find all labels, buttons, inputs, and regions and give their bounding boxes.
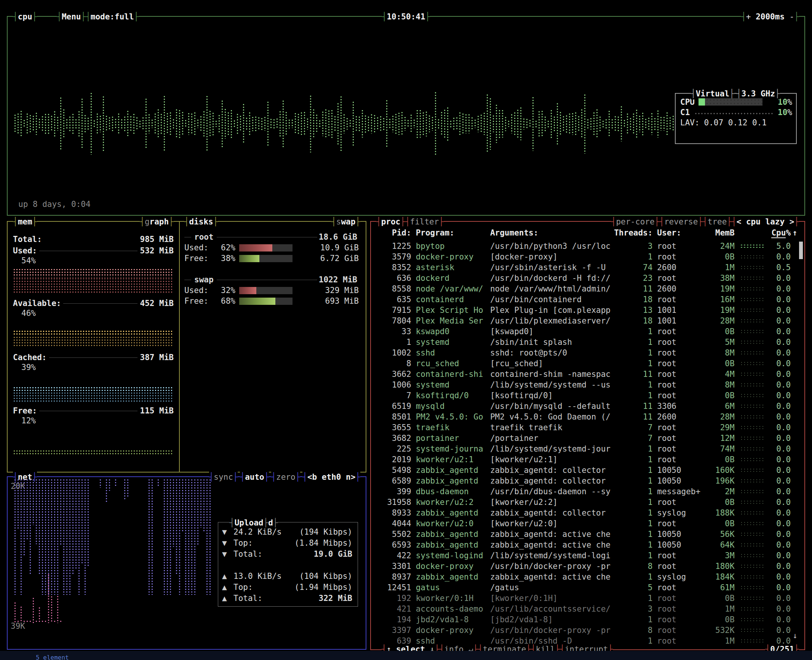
proc-program: systemd-logind [411, 551, 490, 560]
header-program[interactable]: Program: [411, 228, 490, 237]
mode-toggle[interactable]: mode:full [86, 11, 139, 22]
header-arguments[interactable]: Arguments: [490, 228, 614, 237]
proc-user: 2600 [652, 412, 705, 421]
proc-threads: 1 [635, 551, 653, 560]
proc-user: root [652, 498, 705, 507]
proc-cpu-mini-graph [740, 521, 764, 526]
proc-row[interactable]: 421 accounts-daemo /usr/lib/accountsserv… [376, 604, 799, 614]
proc-row[interactable]: 8937 zabbix_agentd zabbix_agentd: active… [376, 572, 799, 582]
proc-user: root [652, 444, 705, 453]
proc-row[interactable]: 6593 zabbix_agentd zabbix_agentd: active… [376, 540, 799, 550]
proc-row[interactable]: 1006 systemd /lib/systemd/systemd --us 1… [376, 380, 799, 390]
proc-row[interactable]: 31958 kworker/u2:2 [kworker/u2:2] 1 root… [376, 497, 799, 508]
proc-program: node /var/www/ [411, 284, 490, 293]
cpu-box: cpu Menu mode:full 10:50:41 + 2000ms - V… [7, 16, 805, 216]
proc-memb: 0B [705, 615, 735, 624]
proc-row[interactable]: 1 systemd /sbin/init splash 1 root 5M 0.… [376, 337, 799, 348]
proc-filter-button[interactable]: filter [405, 216, 444, 227]
proc-row[interactable]: 8 rcu_sched [rcu_sched] 1 root 0B 0.0 [376, 358, 799, 369]
interval-decrease-button[interactable]: - [790, 11, 794, 22]
proc-row[interactable]: 635 containerd /usr/bin/containerd 18 ro… [376, 294, 799, 305]
proc-row[interactable]: 225 systemd-journa /lib/systemd/systemd-… [376, 444, 799, 454]
proc-row[interactable]: 6519 mysqld /usr/bin/mysqld --default 11… [376, 401, 799, 412]
proc-cpu-mini-graph [740, 319, 764, 323]
net-auto-toggle[interactable]: auto [240, 471, 269, 483]
proc-program: Plex Script Ho [411, 306, 490, 315]
proc-row[interactable]: 5502 zabbix_agentd zabbix_agentd: active… [376, 529, 799, 540]
upload-label: Upload [230, 517, 268, 529]
proc-row[interactable]: 3655 traefik traefik traefik 7 root 29M … [376, 422, 799, 433]
mem-used-row: Used:532 MiB [13, 245, 174, 256]
proc-sort-selector[interactable]: < cpu lazy > [732, 216, 799, 227]
proc-row[interactable]: 4044 kworker/u2:0 [kworker/u2:0] 1 root … [376, 518, 799, 529]
proc-pid: 5502 [376, 530, 411, 539]
proc-arguments: /usr/bin/containerd [490, 295, 635, 304]
proc-cpu-pct: 0.0 [769, 487, 791, 496]
proc-arguments: traefik traefik [490, 423, 635, 432]
proc-memb: 3M [705, 551, 735, 560]
proc-row[interactable]: 6589 zabbix_agentd zabbix_agentd: collec… [376, 476, 799, 486]
interval-increase-button[interactable]: + [746, 11, 751, 22]
proc-program: asterisk [411, 263, 490, 272]
header-user[interactable]: User: [652, 228, 705, 237]
proc-threads: 13 [635, 306, 653, 315]
proc-cpu-pct: 5.0 [769, 242, 791, 251]
proc-pid: 3301 [376, 562, 411, 571]
sort-direction-icon[interactable]: ↑ [791, 228, 799, 237]
proc-user: root [652, 274, 705, 283]
proc-row[interactable]: 3397 docker-proxy /usr/bin/docker-proxy … [376, 625, 799, 636]
proc-row[interactable]: 1002 sshd sshd: root@pts/0 1 root 8M 0.0 [376, 348, 799, 358]
proc-memb: 24M [705, 242, 735, 251]
proc-box: proc filter per-core reverse tree < cpu … [370, 221, 805, 650]
proc-pid: 8937 [376, 572, 411, 582]
proc-pid: 192 [376, 594, 411, 603]
proc-cpu-pct: 0.0 [769, 423, 791, 432]
cpu-usage-graph [14, 87, 686, 160]
proc-tree-toggle[interactable]: tree [703, 216, 732, 227]
proc-arguments: /lib/systemd/systemd --us [490, 380, 635, 389]
proc-reverse-toggle[interactable]: reverse [659, 216, 703, 227]
proc-row[interactable]: 194 jbd2/vda1-8 [jbd2/vda1-8] 1 root 0B … [376, 614, 799, 625]
header-cpu[interactable]: Cpu% [769, 228, 791, 237]
proc-row[interactable]: 8501 PM2 v4.5.0: Go PM2 v4.5.0: God Daem… [376, 412, 799, 422]
proc-cpu-pct: 0.0 [769, 444, 791, 453]
proc-threads: 1 [635, 359, 653, 368]
proc-per-core-toggle[interactable]: per-core [611, 216, 659, 227]
header-threads[interactable]: Threads: [614, 228, 652, 237]
proc-cpu-pct: 0.0 [769, 530, 791, 539]
proc-row[interactable]: 7804 Plex Media Ser /usr/lib/plexmediase… [376, 316, 799, 326]
proc-row[interactable]: 2019 kworker/u2:1 [kworker/u2:1] 1 root … [376, 454, 799, 465]
proc-row[interactable]: 1225 bpytop /usr/bin/python3 /usr/loc 3 … [376, 241, 799, 252]
proc-pid: 6589 [376, 476, 411, 485]
scroll-down-icon[interactable]: ↓ [793, 631, 798, 640]
proc-pid: 422 [376, 551, 411, 560]
proc-row[interactable]: 12451 gatus /gatus 5 root 61M 0.0 [376, 582, 799, 593]
proc-row[interactable]: 3301 docker-proxy /usr/bin/docker-proxy … [376, 561, 799, 572]
proc-scrollbar[interactable] [799, 242, 803, 259]
net-zero-toggle[interactable]: zero [271, 471, 300, 483]
proc-row[interactable]: 636 dockerd /usr/bin/dockerd -H fd:// 23… [376, 273, 799, 284]
proc-row[interactable]: 33 kswapd0 [kswapd0] 1 root 0B 0.0 [376, 326, 799, 337]
proc-row[interactable]: 8352 asterisk /usr/sbin/asterisk -f -U 7… [376, 262, 799, 273]
proc-row[interactable]: 7 ksoftirqd/0 [ksoftirqd/0] 1 root 0B 0.… [376, 390, 799, 401]
proc-user: root [652, 434, 705, 443]
proc-cpu-pct: 0.0 [769, 316, 791, 325]
proc-row[interactable]: 5498 zabbix_agentd zabbix_agentd: collec… [376, 465, 799, 476]
upload-arrow-icon: ▲ [222, 572, 233, 581]
proc-user: root [652, 242, 705, 251]
proc-row[interactable]: 3682 portainer /portainer 7 root 12M 0.0 [376, 433, 799, 444]
proc-program: systemd [411, 380, 490, 389]
proc-row[interactable]: 422 systemd-logind /lib/systemd/systemd-… [376, 550, 799, 561]
proc-row[interactable]: 3662 containerd-shi containerd-shim -nam… [376, 369, 799, 380]
proc-row[interactable]: 192 kworker/0:1H [kworker/0:1H] 1 root 0… [376, 593, 799, 604]
proc-user: root [652, 370, 705, 379]
proc-row[interactable]: 8558 node /var/www/ node /var/www/html/a… [376, 284, 799, 294]
header-pid[interactable]: Pid: [376, 228, 411, 237]
proc-row[interactable]: 8933 zabbix_agentd zabbix_agentd: collec… [376, 508, 799, 518]
net-interface-selector[interactable]: <b eth0 n> [302, 471, 360, 483]
proc-row[interactable]: 7915 Plex Script Ho Plex Plug-in [com.pl… [376, 305, 799, 316]
proc-row[interactable]: 399 dbus-daemon /usr/bin/dbus-daemon --s… [376, 486, 799, 497]
proc-row[interactable]: 3579 docker-proxy [docker-proxy] 1 root … [376, 252, 799, 262]
header-memb[interactable]: MemB [705, 228, 735, 237]
menu-button[interactable]: Menu [57, 11, 86, 22]
